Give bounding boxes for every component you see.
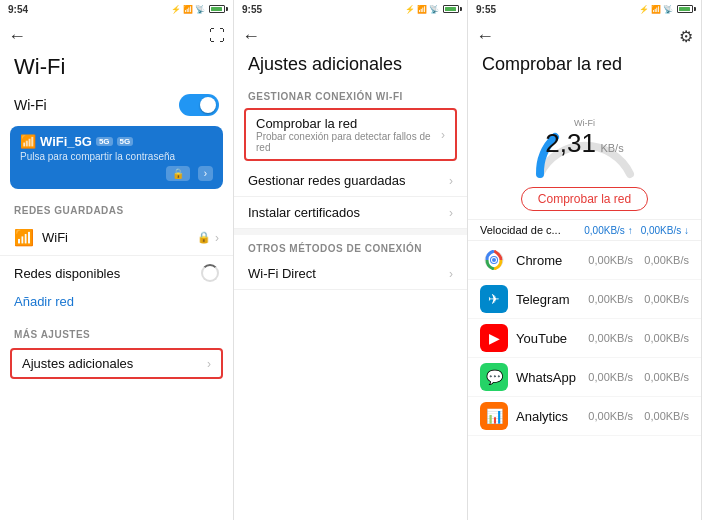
available-row: Redes disponibles <box>0 256 233 290</box>
available-label: Redes disponibles <box>14 266 120 281</box>
gauge-label: Wi-Fi 2,31 KB/s <box>545 118 623 159</box>
wifi-toggle-row[interactable]: Wi-Fi <box>0 88 233 122</box>
saved-lock-icon: 🔒 <box>197 231 211 244</box>
expand-icon-1[interactable]: ⛶ <box>209 27 225 45</box>
additional-settings-label: Ajustes adicionales <box>22 356 133 371</box>
app-row-telegram: ✈ Telegram 0,00KB/s 0,00KB/s <box>468 280 701 319</box>
app-name-youtube: YouTube <box>516 331 583 346</box>
svg-point-3 <box>492 258 496 262</box>
speed-down-val: 0,00KB/s ↓ <box>641 225 689 236</box>
status-icons-3: ⚡ 📶 📡 <box>639 5 693 14</box>
saved-networks-label: REDES GUARDADAS <box>0 197 233 220</box>
page-title-3: Comprobar la red <box>468 54 701 83</box>
status-icons-2: ⚡ 📶 📡 <box>405 5 459 14</box>
additional-settings-chevron: › <box>207 357 211 371</box>
analytics-up: 0,00KB/s <box>583 410 633 422</box>
badge-5g2: 5G <box>117 137 134 146</box>
status-bar-1: 9:54 ⚡ 📶 📡 <box>0 0 233 18</box>
status-time-1: 9:54 <box>8 4 28 15</box>
page-title-1: Wi-Fi <box>0 54 233 88</box>
saved-chevron: › <box>215 231 219 245</box>
signal-icon-2: 📶 <box>417 5 427 14</box>
saved-wifi-name: WiFi <box>42 230 68 245</box>
battery-icon-2 <box>443 5 459 13</box>
nav-bar-2: ← <box>234 18 467 54</box>
more-settings-label: MÁS AJUSTES <box>0 321 233 344</box>
speed-gauge: Wi-Fi 2,31 KB/s <box>468 83 701 187</box>
badge-5g: 5G <box>96 137 113 146</box>
manage-saved-chevron: › <box>449 174 453 188</box>
telegram-up: 0,00KB/s <box>583 293 633 305</box>
bluetooth-icon-3: ⚡ <box>639 5 649 14</box>
back-button-2[interactable]: ← <box>242 26 260 47</box>
youtube-down: 0,00KB/s <box>639 332 689 344</box>
status-icons-1: ⚡ 📶 📡 <box>171 5 225 14</box>
share-btn[interactable]: › <box>198 166 213 181</box>
install-certs-chevron: › <box>449 206 453 220</box>
telegram-down: 0,00KB/s <box>639 293 689 305</box>
settings-icon-3[interactable]: ⚙ <box>679 27 693 46</box>
install-certs-label: Instalar certificados <box>248 205 360 220</box>
wifi-network-icon: 📶 <box>20 134 36 149</box>
whatsapp-up: 0,00KB/s <box>583 371 633 383</box>
app-name-whatsapp: WhatsApp <box>516 370 583 385</box>
app-row-whatsapp: 💬 WhatsApp 0,00KB/s 0,00KB/s <box>468 358 701 397</box>
wifi-direct-chevron: › <box>449 267 453 281</box>
add-network-btn[interactable]: Añadir red <box>0 290 233 313</box>
status-time-3: 9:55 <box>476 4 496 15</box>
wifi-direct-label: Wi-Fi Direct <box>248 266 316 281</box>
gauge-speed-value: 2,31 <box>545 128 596 158</box>
signal-icon-3: 📶 <box>651 5 661 14</box>
analytics-down: 0,00KB/s <box>639 410 689 422</box>
manage-saved-label: Gestionar redes guardadas <box>248 173 406 188</box>
check-network-btn[interactable]: Comprobar la red <box>521 187 648 211</box>
app-row-chrome: Chrome 0,00KB/s 0,00KB/s <box>468 241 701 280</box>
signal-icon: 📶 <box>183 5 193 14</box>
check-network-sub: Probar conexión para detectar fallos de … <box>256 131 441 153</box>
speed-values: 0,00KB/s ↑ 0,00KB/s ↓ <box>584 225 689 236</box>
chrome-speeds: 0,00KB/s 0,00KB/s <box>583 254 689 266</box>
app-speed-list: Chrome 0,00KB/s 0,00KB/s ✈ Telegram 0,00… <box>468 241 701 436</box>
check-network-chevron: › <box>441 128 445 142</box>
youtube-speeds: 0,00KB/s 0,00KB/s <box>583 332 689 344</box>
back-button-1[interactable]: ← <box>8 26 26 47</box>
youtube-up: 0,00KB/s <box>583 332 633 344</box>
lock-btn[interactable]: 🔒 <box>166 166 190 181</box>
loading-circle <box>201 264 219 282</box>
youtube-icon: ▶ <box>480 324 508 352</box>
saved-wifi-item[interactable]: 📶 WiFi 🔒 › <box>0 220 233 256</box>
app-name-telegram: Telegram <box>516 292 583 307</box>
wifi-status-icon-2: 📡 <box>429 5 439 14</box>
network-actions: 🔒 › <box>20 166 213 181</box>
whatsapp-icon: 💬 <box>480 363 508 391</box>
check-network-label: Comprobar la red <box>256 116 441 131</box>
app-name-chrome: Chrome <box>516 253 583 268</box>
panel-additional-settings: 9:55 ⚡ 📶 📡 ← Ajustes adicionales GESTION… <box>234 0 468 520</box>
app-name-analytics: Analytics <box>516 409 583 424</box>
status-bar-2: 9:55 ⚡ 📶 📡 <box>234 0 467 18</box>
analytics-speeds: 0,00KB/s 0,00KB/s <box>583 410 689 422</box>
status-time-2: 9:55 <box>242 4 262 15</box>
page-title-2: Ajustes adicionales <box>234 54 467 83</box>
connected-network-card[interactable]: 📶 WiFi_5G 5G 5G Pulsa para compartir la … <box>10 126 223 189</box>
wifi-status-icon: 📡 <box>195 5 205 14</box>
additional-settings-item[interactable]: Ajustes adicionales › <box>10 348 223 379</box>
whatsapp-speeds: 0,00KB/s 0,00KB/s <box>583 371 689 383</box>
app-row-analytics: 📊 Analytics 0,00KB/s 0,00KB/s <box>468 397 701 436</box>
nav-bar-1: ← ⛶ <box>0 18 233 54</box>
back-button-3[interactable]: ← <box>476 26 494 47</box>
nav-bar-3: ← ⚙ <box>468 18 701 54</box>
install-certs-item[interactable]: Instalar certificados › <box>234 197 467 229</box>
chrome-down: 0,00KB/s <box>639 254 689 266</box>
speed-header-label: Velocidad de c... <box>480 224 561 236</box>
app-row-youtube: ▶ YouTube 0,00KB/s 0,00KB/s <box>468 319 701 358</box>
network-sub: Pulsa para compartir la contraseña <box>20 151 213 162</box>
check-network-item[interactable]: Comprobar la red Probar conexión para de… <box>244 108 457 161</box>
wifi-direct-item[interactable]: Wi-Fi Direct › <box>234 258 467 290</box>
other-conn-label: OTROS MÉTODOS DE CONEXIÓN <box>234 235 467 258</box>
battery-icon-3 <box>677 5 693 13</box>
wifi-toggle[interactable] <box>179 94 219 116</box>
panel-check-network: 9:55 ⚡ 📶 📡 ← ⚙ Comprobar la red Wi-Fi 2,… <box>468 0 702 520</box>
manage-saved-item[interactable]: Gestionar redes guardadas › <box>234 165 467 197</box>
gauge-wifi-text: Wi-Fi <box>545 118 623 128</box>
